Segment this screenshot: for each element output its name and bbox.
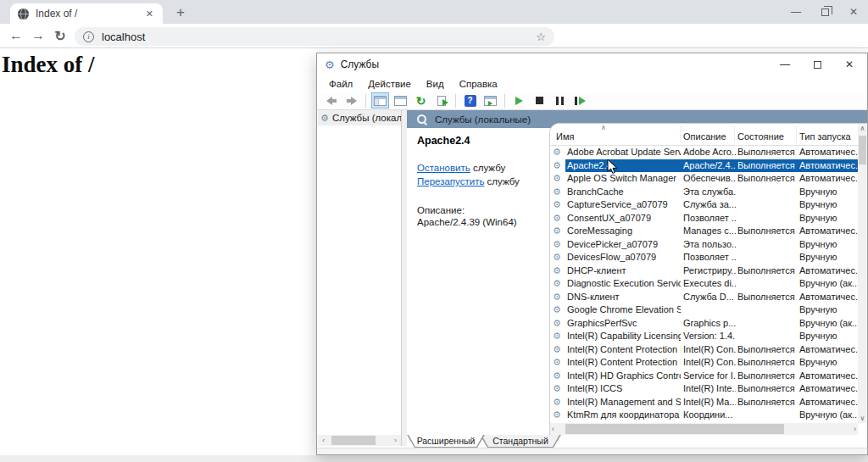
browser-tab[interactable]: Index of / ✕ (10, 3, 163, 24)
service-gear-icon: ⚙ (553, 173, 561, 184)
tree-scrollbar-thumb[interactable] (331, 436, 376, 445)
menu-help[interactable]: Справка (452, 79, 505, 89)
cell-name: Adobe Acrobat Update Servi... (567, 147, 681, 157)
table-row[interactable]: ⚙ Apple OS Switch Manager Обеспечив... В… (550, 172, 858, 186)
cell-status: Выполняется (737, 173, 798, 183)
table-row[interactable]: ⚙ Intel(R) Content Protection H... Intel… (550, 356, 858, 370)
bookmark-star-icon[interactable]: ☆ (536, 31, 546, 43)
services-menubar: Файл Действие Вид Справка (317, 75, 867, 92)
scroll-down-icon[interactable]: ∨ (858, 415, 867, 422)
toolbar-separator (365, 94, 366, 108)
column-separator[interactable] (796, 126, 797, 142)
tree-item-services-local[interactable]: ⚙ Службы (локальн (318, 110, 401, 125)
cell-name: CoreMessaging (567, 225, 681, 236)
service-action-links: Остановить службу Перезапустить службу (417, 161, 549, 188)
pause-icon (556, 97, 564, 105)
table-row[interactable]: ⚙ CaptureService_a07079 Служба за... Вру… (550, 198, 858, 212)
refresh-icon: ↻ (416, 95, 426, 107)
services-titlebar[interactable]: ⚙ Службы — ✕ (317, 53, 867, 75)
table-row[interactable]: ⚙ GraphicsPerfSvc Graphics p... Вручную … (550, 317, 858, 331)
show-console-tree-button[interactable] (371, 92, 389, 109)
services-close-button[interactable]: ✕ (833, 53, 865, 75)
pause-service-button[interactable] (551, 92, 569, 109)
reload-button[interactable]: ↻ (49, 28, 71, 44)
service-gear-icon: ⚙ (553, 186, 561, 198)
tab-standard[interactable]: Стандартный (480, 435, 561, 448)
properties-button[interactable] (392, 92, 409, 109)
vertical-scrollbar[interactable]: ∧ ∨ (858, 124, 867, 423)
column-header-name[interactable]: Имя (556, 131, 574, 142)
vertical-scrollbar-thumb[interactable] (859, 136, 866, 164)
table-row[interactable]: ⚙ Intel(R) Content Protection H... Intel… (550, 343, 858, 357)
address-bar[interactable]: i localhost ☆ (75, 27, 554, 46)
table-row[interactable]: ⚙ DHCP-клиент Регистриру... Выполняется … (550, 264, 858, 278)
table-row[interactable]: ⚙ Intel(R) Management and Se... Intel(R)… (550, 396, 858, 409)
services-window-title: Службы (341, 58, 379, 70)
table-row[interactable]: ⚙ Apache2.4 Apache/2.4... Выполняется Ав… (550, 159, 858, 173)
column-header-startup-type[interactable]: Тип запуска (799, 131, 851, 142)
cell-startup-type: Вручную (ак... (799, 278, 858, 288)
stop-service-link[interactable]: Остановить (417, 163, 470, 173)
cell-startup-type: Вручную (799, 186, 858, 197)
column-header-status[interactable]: Состояние (737, 131, 784, 142)
scroll-left-icon[interactable]: ‹ (318, 435, 329, 446)
scroll-right-icon[interactable]: › (390, 435, 401, 446)
scroll-right-icon[interactable]: › (854, 423, 856, 435)
column-separator[interactable] (680, 126, 681, 142)
url-text[interactable]: localhost (102, 31, 536, 43)
table-row[interactable]: ⚙ KtmRm для координатора ... Координи...… (550, 409, 858, 422)
site-info-icon[interactable]: i (83, 31, 94, 42)
table-row[interactable]: ⚙ Google Chrome Elevation Se... Вручную (550, 303, 858, 317)
tab-close-icon[interactable]: ✕ (143, 8, 156, 19)
tree-horizontal-scrollbar[interactable]: ‹ › (318, 435, 401, 446)
services-minimize-button[interactable]: — (769, 53, 801, 75)
table-row[interactable]: ⚙ DNS-клиент Служба D... Выполняется Авт… (550, 291, 858, 304)
browser-restore-button[interactable] (810, 0, 839, 24)
tab-extended[interactable]: Расширенный (407, 435, 485, 448)
refresh-button[interactable]: ↻ (412, 92, 430, 109)
horizontal-scrollbar-thumb[interactable] (565, 424, 784, 434)
menu-action[interactable]: Действие (360, 79, 419, 89)
menu-view[interactable]: Вид (419, 79, 452, 89)
menu-file[interactable]: Файл (321, 79, 360, 89)
service-gear-icon: ⚙ (553, 265, 561, 276)
forward-button[interactable]: → (27, 28, 49, 43)
scroll-up-icon[interactable]: ∧ (858, 125, 867, 132)
export-list-button[interactable] (432, 92, 450, 109)
sort-ascending-icon: ∧ (601, 124, 606, 131)
browser-close-button[interactable]: ✕ (839, 0, 868, 24)
scroll-left-icon[interactable]: ‹ (552, 423, 554, 435)
start-service-button[interactable] (510, 92, 528, 109)
cell-name: Intel(R) Content Protection H... (567, 344, 681, 354)
new-tab-button[interactable]: + (170, 3, 192, 22)
restart-service-link[interactable]: Перезапустить (417, 176, 484, 186)
table-row[interactable]: ⚙ Intel(R) Capability Licensing ... Vers… (550, 330, 858, 343)
horizontal-scrollbar[interactable]: ‹ › (550, 423, 858, 435)
screen: Index of / ✕ + — ✕ ← → ↻ i localhost ☆ A… (0, 0, 868, 462)
services-maximize-button[interactable] (801, 53, 833, 75)
restart-service-button[interactable] (571, 92, 589, 109)
cell-startup-type: Автоматичес... (799, 225, 858, 236)
table-row[interactable]: ⚙ Intel(R) HD Graphics Control ... Servi… (550, 370, 858, 383)
cell-name: KtmRm для координатора ... (567, 409, 681, 420)
table-row[interactable]: ⚙ ConsentUX_a07079 Позволяет ... Вручную (550, 212, 858, 225)
mmc-forward-button[interactable] (342, 92, 360, 109)
back-button[interactable]: ← (5, 28, 27, 43)
table-row[interactable]: ⚙ BranchCache Эта служба... Вручную (550, 186, 858, 199)
column-separator[interactable] (734, 126, 735, 142)
show-action-pane-button[interactable] (481, 92, 499, 109)
tab-extended-label: Расширенный (408, 435, 484, 447)
table-row[interactable]: ⚙ CoreMessaging Manages c... Выполняется… (550, 225, 858, 238)
table-row[interactable]: ⚙ DevicePicker_a07079 Эта пользо... Вруч… (550, 238, 858, 252)
table-row[interactable]: ⚙ DevicesFlow_a07079 Позволяет ... Вручн… (550, 251, 858, 264)
column-header-description[interactable]: Описание (683, 131, 726, 142)
help-button[interactable]: ? (461, 92, 479, 109)
table-row[interactable]: ⚙ Intel(R) ICCS Intel(R) Inte... Выполня… (550, 382, 858, 396)
selected-service-name: Apache2.4 (417, 135, 549, 147)
browser-minimize-button[interactable]: — (782, 0, 810, 24)
tab-title: Index of / (36, 8, 143, 19)
stop-service-button[interactable] (531, 92, 548, 109)
table-row[interactable]: ⚙ Diagnostic Execution Service Executes … (550, 277, 858, 291)
mmc-back-button[interactable] (322, 92, 340, 109)
table-row[interactable]: ⚙ Adobe Acrobat Update Servi... Adobe Ac… (550, 146, 858, 159)
